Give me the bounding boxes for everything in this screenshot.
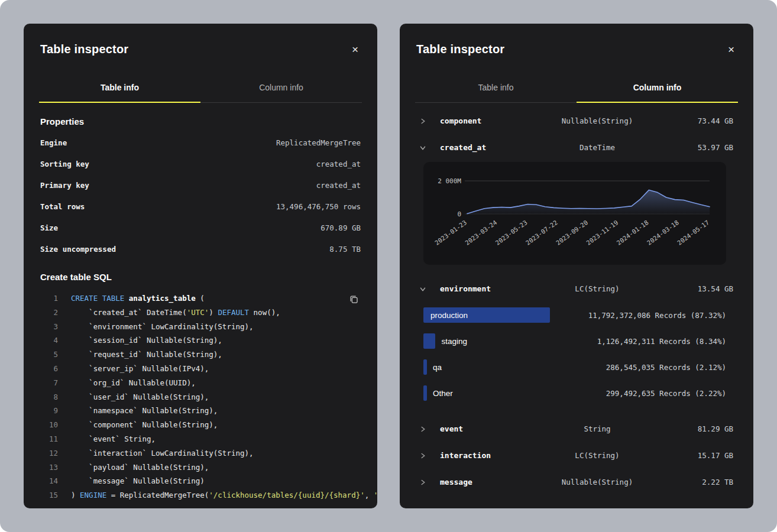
code-line: 9 `namespace` Nullable(String), [40,404,361,418]
column-row-component[interactable]: componentNullable(String)73.44 GB [415,108,738,134]
close-icon[interactable]: × [724,41,738,57]
table-info-content: Properties EngineReplicatedMergeTreeSort… [24,103,377,502]
property-label: Total rows [40,202,85,211]
top-value-row: staging1,126,492,311 Records (8.34%) [423,328,726,354]
value-bar [423,359,427,375]
property-value: ReplicatedMergeTree [276,138,361,147]
code-line-text: `server_ip` Nullable(IPv4), [71,362,209,376]
x-axis-tick-label: 2023-01-23 [433,219,468,246]
value-record-count: 286,545,035 Records (2.12%) [606,363,726,372]
column-size: 53.97 GB [662,143,733,152]
code-line-text: `environment` LowCardinality(String), [71,320,254,334]
value-label: production [430,311,468,320]
code-line-text: `user_id` Nullable(String), [71,390,209,404]
x-axis-tick-label: 2023-09-20 [555,219,589,246]
code-line-text: CREATE TABLE analytics_table ( [71,291,205,306]
property-row: Sorting keycreated_at [40,153,361,174]
property-label: Primary key [40,181,89,190]
value-record-count: 1,126,492,311 Records (8.34%) [597,337,726,346]
code-line: 14 `message` Nullable(String) [40,474,361,488]
sql-code-block: 1CREATE TABLE analytics_table (2 `create… [40,291,361,502]
line-number: 4 [40,333,58,348]
property-value: created_at [316,160,361,168]
column-row-message[interactable]: messageNullable(String)2.22 TB [415,469,738,495]
chevron-right-icon[interactable] [420,426,433,432]
tab-table-info[interactable]: Table info [39,75,200,102]
properties-list: EngineReplicatedMergeTreeSorting keycrea… [40,132,361,259]
chevron-right-icon[interactable] [420,479,433,485]
tab-bar: Table info Column info [415,75,738,103]
tab-table-info[interactable]: Table info [415,75,577,102]
code-line-text: `namespace` Nullable(String), [71,404,218,418]
column-top-values: production11,792,372,086 Records (87.32%… [423,302,726,406]
column-distribution-panel: 2 000M02023-01-232023-03-242023-05-23202… [423,162,726,265]
column-name: component [440,116,532,125]
close-icon[interactable]: × [348,41,362,57]
line-number: 1 [40,291,58,306]
column-row-created_at[interactable]: created_atDateTime53.97 GB [415,134,738,161]
create-table-sql-heading: Create table SQL [40,272,361,282]
code-line: 2 `created_at` DateTime('UTC') DEFAULT n… [40,306,361,320]
code-line-text: ) ENGINE = ReplicatedMergeTree('/clickho… [71,488,377,502]
column-name: message [440,478,532,486]
code-line-text: `interaction` LowCardinality(String), [71,446,254,460]
copy-icon[interactable] [347,293,361,308]
line-number: 12 [40,446,58,460]
column-list: componentNullable(String)73.44 GBcreated… [400,103,753,495]
column-row-event[interactable]: eventString81.29 GB [415,416,738,442]
property-label: Sorting key [40,160,89,168]
modal-header: Table inspector × [24,24,377,70]
value-bar [423,385,427,401]
property-row: Primary keycreated_at [40,174,361,196]
code-line-text: `session_id` Nullable(String), [71,333,222,348]
modal-title: Table inspector [40,43,128,56]
column-row-interaction[interactable]: interactionLC(String)15.17 GB [415,442,738,469]
chevron-right-icon[interactable] [420,118,433,124]
column-row-environment[interactable]: environmentLC(String)13.54 GB [415,275,738,302]
top-value-row: qa286,545,035 Records (2.12%) [423,354,726,380]
y-axis-max-label: 2 000M [438,177,461,185]
chevron-right-icon[interactable] [420,453,433,459]
line-number: 15 [40,488,58,502]
code-line-text: `created_at` DateTime('UTC') DEFAULT now… [71,306,280,320]
tab-bar: Table info Column info [39,75,362,103]
code-line: 12 `interaction` LowCardinality(String), [40,446,361,460]
column-size: 15.17 GB [662,451,733,460]
table-inspector-modal-column-info: Table inspector × Table info Column info… [400,24,753,508]
code-line: 4 `session_id` Nullable(String), [40,333,361,348]
modal-header: Table inspector × [400,24,753,70]
chart-area-fill [467,190,710,214]
x-axis-tick-label: 2024-03-18 [646,219,680,246]
tab-column-info[interactable]: Column info [577,75,738,102]
tab-column-info[interactable]: Column info [200,75,362,102]
line-number: 8 [40,390,58,404]
y-axis-min-label: 0 [457,210,461,218]
chevron-down-icon[interactable] [420,286,433,292]
column-size: 73.44 GB [662,116,733,125]
properties-heading: Properties [40,116,361,126]
column-type: LC(String) [532,284,662,293]
code-line-text: `payload` Nullable(String), [71,460,209,475]
line-number: 13 [40,460,58,475]
x-axis-tick-label: 2024-01-18 [615,219,649,246]
code-line: 7 `org_id` Nullable(UUID), [40,376,361,390]
column-size: 81.29 GB [662,424,733,433]
line-number: 11 [40,432,58,446]
column-type: Nullable(String) [532,478,662,486]
property-row: Size uncompressed8.75 TB [40,238,361,259]
code-line: 8 `user_id` Nullable(String), [40,390,361,404]
chevron-down-icon[interactable] [420,145,433,151]
line-number: 5 [40,348,58,362]
line-number: 7 [40,376,58,390]
line-number: 10 [40,418,58,432]
x-axis-tick-label: 2023-05-23 [494,219,528,246]
code-line: 15) ENGINE = ReplicatedMergeTree('/click… [40,488,361,502]
code-line-text: `request_id` Nullable(String), [71,348,222,362]
property-label: Engine [40,138,67,147]
value-record-count: 11,792,372,086 Records (87.32%) [588,311,726,320]
x-axis-tick-label: 2023-03-24 [464,219,498,246]
x-axis-tick-label: 2023-11-19 [585,219,619,246]
code-line: 3 `environment` LowCardinality(String), [40,320,361,334]
property-row: Total rows13,496,476,750 rows [40,196,361,217]
value-label: Other [433,389,453,398]
